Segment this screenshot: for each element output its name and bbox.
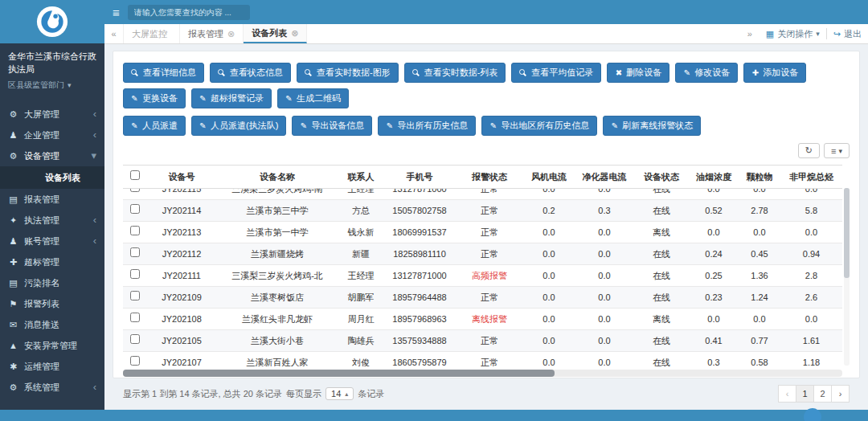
modify-device-button[interactable]: ✎ 修改设备 — [675, 63, 738, 83]
tab-report-manage[interactable]: 报表管理 ⊗ — [180, 24, 244, 43]
export-all-history-button[interactable]: ✎ 导出所有历史信息 — [378, 116, 476, 136]
column-header[interactable]: 联系人 — [338, 166, 383, 189]
column-header[interactable]: 风机电流 — [523, 166, 575, 189]
sidebar-item-system[interactable]: ⚙ 系统管理 ‹ — [0, 377, 104, 398]
view-realtime-list-button[interactable]: 查看实时数据-列表 — [404, 63, 506, 83]
row-checkbox[interactable] — [130, 291, 140, 300]
fan-current-cell: 0.0 — [523, 330, 575, 352]
system-gear-icon: ⚙ — [8, 382, 18, 393]
chevron-icon: ▾ — [91, 150, 96, 161]
button-label: 查看平均值记录 — [531, 67, 593, 79]
table-row[interactable]: JY202108 兰溪红头非凡龙虾 周月红 18957968963 离线报警 0… — [123, 309, 842, 330]
edit-icon: ✎ — [285, 95, 293, 103]
table-row[interactable]: JY202115 三溪梨三岁炭火烤鸡-南 王经理 13127871000 正常 … — [123, 189, 842, 200]
page-2[interactable]: 2 — [813, 385, 832, 403]
vertical-scrollbar[interactable] — [844, 188, 850, 366]
dispatch-personnel-button[interactable]: ✎ 人员派遣 — [123, 116, 186, 136]
delete-device-button[interactable]: ✖ 删除设备 — [607, 63, 669, 83]
alarm-status-badge: 正常 — [481, 227, 498, 237]
sidebar-item-pollution-rank[interactable]: ▤ 污染排名 — [0, 272, 104, 293]
column-header[interactable]: 设备状态 — [634, 166, 689, 189]
sidebar-item-enterprise[interactable]: ♟ 企业管理 ‹ — [0, 125, 104, 145]
export-region-history-button[interactable]: ✎ 导出地区所有历史信息 — [481, 116, 597, 136]
replace-device-button[interactable]: ✎ 更换设备 — [123, 88, 186, 108]
column-header[interactable]: 报警状态 — [456, 166, 523, 189]
refresh-button[interactable]: ↻ — [798, 143, 820, 158]
columns-button[interactable]: ≡ ▾ — [824, 143, 850, 158]
sidebar-item-ops-maintain[interactable]: ✱ 运维管理 — [0, 356, 104, 377]
sidebar-item-report[interactable]: ▤ 报表管理 — [0, 189, 104, 210]
dispatch-personnel-law-button[interactable]: ✎ 人员派遣(执法队) — [191, 116, 286, 136]
sidebar-item-alarm-list[interactable]: ⚑ 报警列表 — [0, 293, 104, 314]
row-checkbox[interactable] — [130, 189, 140, 192]
sidebar-item-label: 账号管理 — [24, 235, 59, 247]
view-realtime-chart-button[interactable]: 查看实时数据-图形 — [297, 63, 399, 83]
contact-cell: 陶雄兵 — [338, 330, 383, 352]
refresh-offline-alarm-button[interactable]: ✎ 刷新离线报警状态 — [603, 116, 701, 136]
close-tab-icon[interactable]: ⊗ — [227, 29, 235, 39]
view-detail-button[interactable]: 查看详细信息 — [123, 63, 204, 83]
close-tab-icon[interactable]: ⊗ — [291, 28, 298, 39]
horizontal-scrollbar-thumb[interactable] — [123, 370, 555, 377]
per-page-select[interactable]: 14 ▴ — [326, 387, 354, 400]
row-checkbox[interactable] — [130, 247, 140, 257]
chevron-icon: ‹ — [93, 215, 96, 225]
row-checkbox[interactable] — [130, 313, 140, 322]
row-checkbox[interactable] — [130, 226, 140, 235]
tab-device-list[interactable]: 设备列表 ⊗ — [244, 24, 307, 43]
purifier-current-cell: 0.0 — [575, 265, 634, 287]
column-header[interactable]: 设备名称 — [216, 166, 338, 189]
menu-toggle-icon[interactable]: ≡ — [113, 6, 120, 18]
horizontal-scrollbar[interactable] — [123, 370, 842, 377]
table-row[interactable]: JY202105 兰溪大街小巷 陶雄兵 13575934888 正常 0.0 0… — [123, 330, 842, 352]
select-all-checkbox[interactable] — [130, 170, 140, 180]
tab-screen-monitor[interactable]: 大屏监控 — [124, 24, 180, 43]
page-next[interactable]: › — [831, 385, 850, 403]
page-prev[interactable]: ‹ — [778, 385, 796, 403]
sidebar-item-message-push[interactable]: ✉ 消息推送 — [0, 314, 104, 335]
sidebar-item-exceed[interactable]: ✚ 超标管理 — [0, 251, 104, 272]
view-status-button[interactable]: 查看状态信息 — [210, 63, 291, 83]
row-checkbox[interactable] — [130, 334, 140, 344]
sidebar-item-device-manage[interactable]: ⚙ 设备管理 ▾ — [0, 145, 104, 166]
sidebar-item-law-enforce[interactable]: ✦ 执法管理 ‹ — [0, 210, 104, 231]
exceed-alarm-record-button[interactable]: ✎ 超标报警记录 — [191, 88, 272, 108]
column-header[interactable]: 油烟浓度 — [689, 166, 739, 189]
global-search-input[interactable] — [128, 5, 250, 20]
alarm-status-badge: 正常 — [481, 358, 498, 367]
fan-current-cell: 0.0 — [523, 309, 575, 330]
float-action-button[interactable] — [804, 408, 821, 421]
table-row[interactable]: JY202113 兰溪市第一中学 钱永新 18069991537 正常 0.0 … — [123, 222, 842, 243]
table-row[interactable]: JY202112 兰溪新疆烧烤 新疆 18258981110 正常 0.0 0.… — [123, 243, 842, 265]
tabs-scroll-right-icon[interactable]: » — [740, 29, 760, 39]
column-header[interactable]: 非甲烷总烃 — [780, 166, 842, 189]
sidebar-item-label: 执法管理 — [24, 215, 59, 226]
sidebar-item-account[interactable]: ♟ 账号管理 ‹ — [0, 231, 104, 251]
column-header[interactable]: 颗粒物 — [739, 166, 780, 189]
logout-button[interactable]: ↪ 退出 — [833, 28, 862, 40]
view-average-record-button[interactable]: 查看平均值记录 — [511, 63, 601, 83]
generate-qrcode-button[interactable]: ✎ 生成二维码 — [277, 88, 349, 108]
oil-fume-cell: 0.52 — [689, 200, 739, 222]
vertical-scrollbar-thumb[interactable] — [844, 188, 850, 278]
close-operations-button[interactable]: ▦ 关闭操作 ▾ — [766, 28, 820, 40]
tabs-scroll-left-icon[interactable]: « — [104, 24, 124, 43]
sidebar-item-device-list[interactable]: 设备列表 — [0, 166, 104, 189]
add-device-button[interactable]: ✚ 添加设备 — [743, 63, 806, 83]
sidebar-item-install-abnormal[interactable]: ▲ 安装异常管理 — [0, 335, 104, 356]
column-header[interactable]: 净化器电流 — [575, 166, 634, 189]
page-1[interactable]: 1 — [796, 385, 814, 403]
row-checkbox[interactable] — [130, 204, 140, 214]
export-device-info-button[interactable]: ✎ 导出设备信息 — [292, 116, 372, 136]
row-checkbox[interactable] — [130, 356, 140, 366]
row-checkbox[interactable] — [130, 269, 140, 279]
column-header[interactable]: 手机号 — [383, 166, 456, 189]
table-row[interactable]: JY202114 兰溪市第三中学 方总 15057802758 正常 0.2 0… — [123, 200, 842, 222]
org-type-dropdown[interactable]: 区县级监管部门 ▾ — [8, 80, 96, 91]
table-row[interactable]: JY202107 兰溪新百姓人家 刘俊 18605795879 正常 0.0 0… — [123, 352, 842, 367]
column-header[interactable]: 设备号 — [147, 166, 216, 189]
table-row[interactable]: JY202109 兰溪枣树饭店 胡鹏军 18957964488 正常 0.0 0… — [123, 287, 842, 309]
sidebar-item-screen-manage[interactable]: ⚙ 大屏管理 ‹ — [0, 104, 104, 125]
table-row[interactable]: JY202111 三溪梨三岁炭火烤鸡-北 王经理 13127871000 高频报… — [123, 265, 842, 287]
org-type-label: 区县级监管部门 — [8, 80, 64, 91]
